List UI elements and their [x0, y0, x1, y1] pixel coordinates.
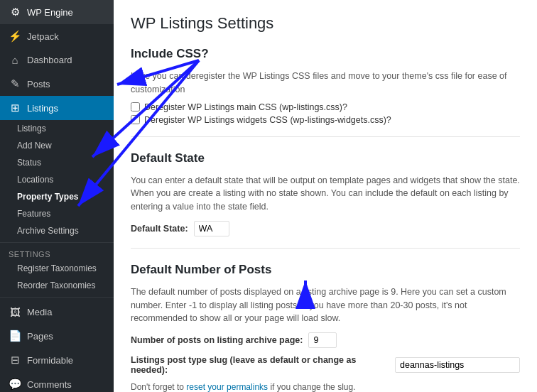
- slug-note: Don't forget to reset your permalinks if…: [131, 382, 520, 392]
- sidebar-item-posts[interactable]: ✎ Posts: [0, 72, 114, 96]
- sidebar-sub-register-taxonomies[interactable]: Register Taxonomies: [0, 260, 114, 277]
- include-css-info: Here you can deregister the WP Listings …: [131, 70, 520, 97]
- posts-count-field-row: Number of posts on listing archive page:: [131, 332, 520, 348]
- include-css-title: Include CSS?: [131, 47, 520, 64]
- default-state-field-row: Default State:: [131, 221, 520, 236]
- deregister-widgets-css-label: Deregister WP Listings widgets CSS (wp-l…: [144, 115, 391, 125]
- formidable-icon: ⊟: [9, 354, 21, 366]
- sidebar-divider-1: [0, 242, 114, 243]
- default-posts-info: The default number of posts displayed on…: [131, 285, 520, 325]
- sidebar-sub-archive-settings[interactable]: Archive Settings: [0, 222, 114, 239]
- separator-1: [131, 136, 520, 137]
- sidebar-item-media[interactable]: 🖼 Media: [0, 300, 114, 324]
- main-content: WP Listings Settings Include CSS? Here y…: [114, 0, 537, 392]
- sidebar-item-dashboard[interactable]: ⌂ Dashboard: [0, 48, 114, 72]
- sidebar-sub-listings[interactable]: Listings: [0, 120, 114, 137]
- sidebar-sub-add-new[interactable]: Add New: [0, 137, 114, 154]
- default-state-info: You can enter a default state that will …: [131, 174, 520, 214]
- sidebar-sub-reorder-taxonomies[interactable]: Reorder Taxonomies: [0, 277, 114, 294]
- jetpack-icon: ⚡: [9, 30, 21, 43]
- default-state-title: Default State: [131, 151, 520, 168]
- sidebar-sub-features[interactable]: Features: [0, 205, 114, 222]
- sidebar-sub-status[interactable]: Status: [0, 154, 114, 171]
- separator-2: [131, 248, 520, 249]
- deregister-widgets-css-row: Deregister WP Listings widgets CSS (wp-l…: [131, 115, 520, 125]
- listings-icon: ⊞: [9, 102, 21, 114]
- slug-input[interactable]: [395, 357, 520, 373]
- default-state-label: Default State:: [131, 224, 188, 234]
- slug-field-row: Listings post type slug (leave as defaul…: [131, 355, 520, 375]
- sidebar: ⚙ WP Engine ⚡ Jetpack ⌂ Dashboard ✎ Post…: [0, 0, 114, 392]
- default-posts-title: Default Number of Posts: [131, 263, 520, 280]
- page-title: WP Listings Settings: [131, 14, 520, 33]
- sidebar-item-jetpack[interactable]: ⚡ Jetpack: [0, 24, 114, 48]
- deregister-main-css-checkbox[interactable]: [131, 102, 140, 111]
- posts-icon: ✎: [9, 77, 21, 90]
- dashboard-icon: ⌂: [9, 54, 21, 66]
- deregister-widgets-css-checkbox[interactable]: [131, 115, 140, 124]
- comments-icon: 💬: [9, 378, 21, 391]
- sidebar-sub-locations[interactable]: Locations: [0, 171, 114, 188]
- slug-label: Listings post type slug (leave as defaul…: [131, 355, 389, 375]
- sidebar-item-pages[interactable]: 📄 Pages: [0, 324, 114, 348]
- settings-section-label: Settings: [0, 246, 114, 260]
- sidebar-item-listings[interactable]: ⊞ Listings: [0, 96, 114, 120]
- posts-count-input[interactable]: [308, 332, 337, 348]
- sidebar-item-wp-engine[interactable]: ⚙ WP Engine: [0, 0, 114, 24]
- reset-permalinks-link[interactable]: reset your permalinks: [186, 382, 268, 392]
- default-state-input[interactable]: [194, 221, 229, 236]
- sidebar-sub-property-types[interactable]: Property Types: [0, 188, 114, 205]
- media-icon: 🖼: [9, 306, 21, 318]
- sidebar-item-formidable[interactable]: ⊟ Formidable: [0, 348, 114, 372]
- deregister-main-css-label: Deregister WP Listings main CSS (wp-list…: [144, 102, 347, 112]
- pages-icon: 📄: [9, 330, 21, 342]
- wp-engine-icon: ⚙: [9, 6, 21, 18]
- sidebar-item-comments[interactable]: 💬 Comments: [0, 372, 114, 392]
- sidebar-divider-2: [0, 297, 114, 298]
- deregister-main-css-row: Deregister WP Listings main CSS (wp-list…: [131, 102, 520, 112]
- posts-count-label: Number of posts on listing archive page:: [131, 335, 303, 345]
